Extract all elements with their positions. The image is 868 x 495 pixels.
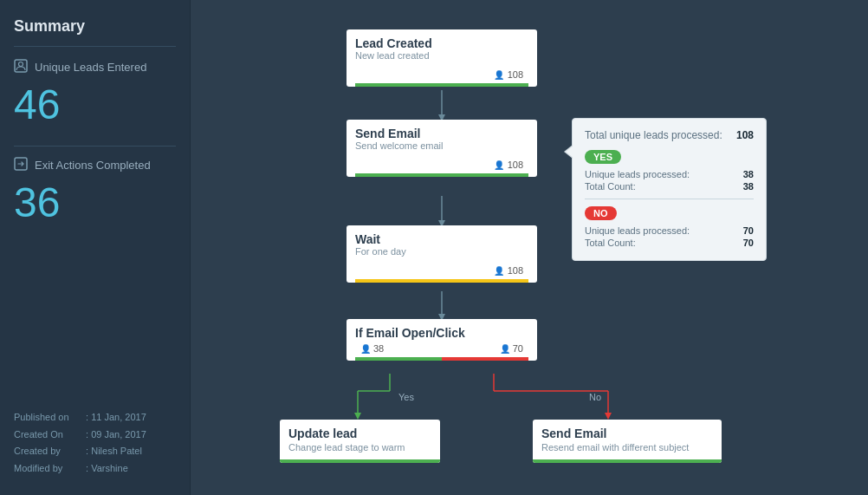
tooltip-total-row: Total unique leads processed: 108	[585, 129, 754, 141]
send-email-count: 108	[508, 160, 523, 170]
if-email-title: If Email Open/Click	[355, 326, 528, 340]
wait-title: Wait	[355, 232, 528, 246]
node-wait[interactable]: Wait For one day 108	[347, 225, 537, 283]
exit-actions-icon	[14, 157, 28, 173]
meta-created-by: Created by : Nilesh Patel	[14, 443, 176, 460]
svg-marker-16	[605, 413, 612, 420]
exit-actions-count: 36	[14, 180, 176, 226]
send-email-bar	[355, 173, 528, 177]
tooltip-yes-unique-label: Unique leads processed:	[585, 169, 690, 179]
main-flow-area: Lead Created New lead created 108 Send E…	[191, 0, 868, 495]
send-email2-bar	[533, 459, 722, 463]
tooltip-divider	[585, 199, 754, 199]
tooltip-no-total-label: Total Count:	[585, 238, 636, 248]
wait-footer: 108	[355, 262, 528, 279]
send-email-footer: 108	[355, 156, 528, 173]
lead-created-sub: New lead created	[355, 50, 528, 61]
wait-sub: For one day	[355, 246, 528, 257]
tooltip-yes-unique-row: Unique leads processed: 38	[585, 169, 754, 179]
wait-bar	[355, 279, 528, 283]
if-email-bar-green	[355, 357, 442, 361]
node-lead-created[interactable]: Lead Created New lead created 108	[347, 29, 537, 87]
send-email-title: Send Email	[355, 127, 528, 140]
tooltip-no-badge: NO	[585, 206, 617, 220]
unique-leads-icon	[14, 59, 28, 75]
tooltip-no-unique-value: 70	[743, 225, 754, 236]
no-label: No	[589, 392, 601, 402]
tooltip-total-value: 108	[736, 129, 754, 141]
update-lead-title: Update lead	[280, 420, 440, 442]
svg-point-1	[19, 62, 23, 67]
lead-created-person-icon	[494, 69, 504, 80]
unique-leads-row: Unique Leads Entered	[14, 59, 176, 75]
if-email-bar	[355, 357, 528, 361]
node-update-lead[interactable]: Update lead Change lead stage to warm	[280, 420, 440, 463]
sidebar-title: Summary	[14, 17, 176, 47]
lead-created-footer: 108	[355, 66, 528, 83]
tooltip-no-unique-label: Unique leads processed:	[585, 225, 690, 236]
send-email-sub: Send welcome email	[355, 140, 528, 151]
update-lead-bar	[280, 459, 440, 463]
if-email-no-count: 70	[500, 343, 523, 354]
tooltip-yes-badge: YES	[585, 150, 621, 164]
tooltip-arrow-inner	[566, 145, 574, 159]
unique-leads-label: Unique Leads Entered	[35, 61, 146, 74]
sidebar-meta: Published on : 11 Jan, 2017 Created On :…	[14, 409, 176, 478]
update-lead-sub: Change lead stage to warm	[280, 442, 440, 459]
if-email-bar-red	[442, 357, 528, 361]
send-email2-title: Send Email	[533, 420, 722, 442]
tooltip-yes-total-label: Total Count:	[585, 181, 636, 192]
exit-actions-label: Exit Actions Completed	[35, 159, 151, 172]
tooltip-yes-unique-value: 38	[743, 169, 754, 179]
node-if-email[interactable]: If Email Open/Click 38 70	[347, 319, 537, 361]
meta-modified-by: Modified by : Varshine	[14, 460, 176, 478]
sidebar-divider	[14, 146, 176, 147]
if-email-person-no	[500, 343, 510, 354]
tooltip-no-total-row: Total Count: 70	[585, 238, 754, 248]
flow-container: Lead Created New lead created 108 Send E…	[208, 14, 851, 481]
unique-leads-count: 46	[14, 82, 176, 128]
send-email-person-icon	[494, 160, 504, 170]
lead-created-bar	[355, 83, 528, 87]
sidebar: Summary Unique Leads Entered 46 Exit Act…	[0, 0, 191, 495]
lead-created-title: Lead Created	[355, 36, 528, 50]
tooltip-yes-total-value: 38	[743, 181, 754, 192]
tooltip-card: Total unique leads processed: 108 YES Un…	[572, 118, 767, 261]
tooltip-yes-total-row: Total Count: 38	[585, 181, 754, 192]
exit-actions-row: Exit Actions Completed	[14, 157, 176, 173]
send-email2-sub: Resend email with different subject	[533, 442, 722, 459]
svg-marker-12	[354, 413, 361, 420]
node-send-email[interactable]: Send Email Send welcome email 108	[347, 120, 537, 177]
if-email-footer: 38 70	[355, 340, 528, 357]
lead-created-count: 108	[508, 69, 523, 80]
tooltip-total-label: Total unique leads processed:	[585, 129, 722, 141]
tooltip-no-total-value: 70	[743, 238, 754, 248]
if-email-person-yes	[360, 343, 371, 354]
tooltip-no-unique-row: Unique leads processed: 70	[585, 225, 754, 236]
meta-created-on: Created On : 09 Jan, 2017	[14, 427, 176, 444]
yes-label: Yes	[398, 392, 414, 402]
wait-count: 108	[508, 265, 523, 276]
wait-person-icon	[494, 265, 504, 276]
if-email-yes-count: 38	[360, 343, 384, 354]
node-send-email2[interactable]: Send Email Resend email with different s…	[533, 420, 722, 463]
meta-published: Published on : 11 Jan, 2017	[14, 409, 176, 427]
